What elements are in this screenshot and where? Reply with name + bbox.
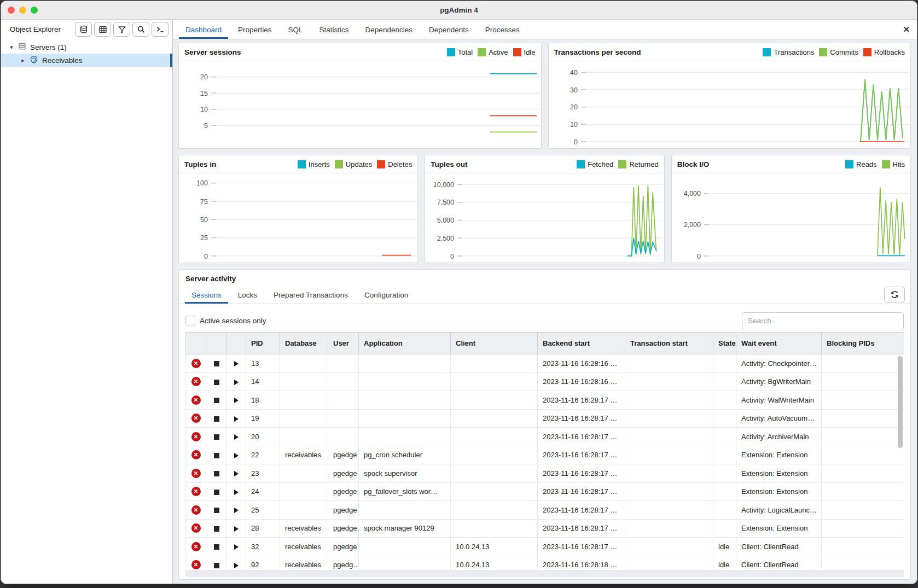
expand-details-icon[interactable] [227,428,246,446]
terminate-session-icon[interactable]: ✕ [186,519,206,538]
expand-details-icon[interactable] [227,556,246,570]
minimize-window-button[interactable] [19,7,26,14]
cancel-query-icon[interactable] [206,428,227,446]
cell-state [713,446,736,464]
vertical-scrollbar[interactable] [898,356,903,448]
cell-database: receivables [280,556,328,570]
cell-pid: 23 [246,464,280,483]
cell-wait_event: Activity: LogicalLaunc… [736,501,822,520]
expand-details-icon[interactable] [227,409,246,428]
chart-legend: TransactionsCommitsRollbacks [763,48,905,56]
cell-blocking_pids [822,519,904,538]
filter-icon[interactable] [113,22,130,37]
terminate-session-icon[interactable]: ✕ [186,391,206,410]
cancel-query-icon[interactable] [206,464,227,483]
expand-details-icon[interactable] [227,538,246,556]
column-header-empty [186,333,206,354]
terminate-session-icon[interactable]: ✕ [186,428,206,446]
cancel-query-icon[interactable] [206,556,227,570]
cell-wait_event: Activity: Checkpointer… [736,354,822,373]
column-header-empty [227,333,246,354]
expand-details-icon[interactable] [227,519,246,538]
cell-client [451,354,538,373]
chart-panel-server-sessions: Server sessionsTotalActiveIdle5101520 [178,43,542,149]
cancel-query-icon[interactable] [206,372,227,391]
svg-text:15: 15 [200,90,208,97]
horizontal-scrollbar[interactable] [185,570,904,577]
terminal-icon[interactable] [152,22,169,37]
cell-user [328,428,359,446]
tab-sql[interactable]: SQL [280,20,311,39]
expand-details-icon[interactable] [227,391,246,410]
expand-details-icon[interactable] [227,464,246,483]
cancel-query-icon[interactable] [206,446,227,464]
expand-details-icon[interactable] [227,354,246,373]
legend-item: Fetched [577,160,613,168]
chevron-down-icon[interactable]: ▾ [9,44,14,51]
cancel-query-icon[interactable] [206,482,227,501]
terminate-session-icon[interactable]: ✕ [186,464,206,483]
terminate-session-icon[interactable]: ✕ [186,538,206,556]
terminate-session-icon[interactable]: ✕ [186,372,206,391]
maximize-window-button[interactable] [31,7,38,14]
active-sessions-checkbox[interactable] [185,316,195,325]
cell-pid: 25 [246,501,280,520]
legend-item: Idle [513,48,536,56]
tab-properties[interactable]: Properties [230,20,280,39]
expand-details-icon[interactable] [227,446,246,464]
legend-item: Transactions [763,48,814,56]
activity-tab-configuration[interactable]: Configuration [356,286,416,304]
activity-tab-prepared-transactions[interactable]: Prepared Transactions [265,286,356,304]
tree-item-receivables[interactable]: ▸ Receivables [1,54,172,67]
tab-processes[interactable]: Processes [477,20,528,39]
legend-item: Deletes [377,160,412,168]
tab-dependencies[interactable]: Dependencies [357,20,421,39]
table-row: ✕92receivablespgedg…10.0.24.132023-11-16… [186,556,904,570]
cell-user [328,372,359,391]
cancel-query-icon[interactable] [206,391,227,410]
expand-details-icon[interactable] [227,482,246,501]
active-sessions-label: Active sessions only [200,317,266,325]
terminate-session-icon[interactable]: ✕ [186,556,206,570]
cancel-query-icon[interactable] [206,501,227,520]
expand-details-icon[interactable] [227,501,246,520]
cancel-query-icon[interactable] [206,354,227,373]
tab-dashboard[interactable]: Dashboard [177,20,230,39]
svg-text:0: 0 [697,253,701,260]
close-panel-icon[interactable]: ✕ [903,25,910,34]
cancel-query-icon[interactable] [206,538,227,556]
cell-user [328,391,359,410]
column-header-user: User [328,333,359,354]
chevron-right-icon[interactable]: ▸ [20,57,26,64]
close-window-button[interactable] [8,7,15,14]
table-row: ✕28receivablespgedgespock manager 901292… [186,519,904,538]
legend-label: Hits [893,160,905,168]
cell-blocking_pids [822,482,904,501]
legend-chip [618,160,626,168]
cancel-query-icon[interactable] [206,409,227,428]
cancel-query-icon[interactable] [206,519,227,538]
svg-text:30: 30 [570,86,578,94]
terminate-session-icon[interactable]: ✕ [186,354,206,373]
server-activity-title: Server activity [179,270,910,286]
svg-text:10: 10 [570,121,578,129]
tree-item-servers[interactable]: ▾ Servers (1) [1,40,172,54]
activity-tab-sessions[interactable]: Sessions [183,286,230,304]
terminate-session-icon[interactable]: ✕ [186,482,206,501]
search-icon[interactable] [132,22,149,37]
terminate-session-icon[interactable]: ✕ [186,446,206,464]
search-input[interactable] [742,312,904,329]
grid-icon[interactable] [94,22,111,37]
column-header-empty [206,333,227,354]
activity-tab-locks[interactable]: Locks [230,286,265,304]
object-explorer-tree: ▾ Servers (1) ▸ [1,38,172,67]
terminate-session-icon[interactable]: ✕ [186,501,206,520]
tab-statistics[interactable]: Statistics [311,20,357,39]
database-icon[interactable] [75,22,92,37]
tab-dependents[interactable]: Dependents [421,20,477,39]
refresh-icon[interactable] [884,287,905,302]
cell-pid: 20 [246,428,280,446]
terminate-session-icon[interactable]: ✕ [186,409,206,428]
expand-details-icon[interactable] [227,372,246,391]
sessions-table: PIDDatabaseUserApplicationClientBackend … [185,332,904,570]
